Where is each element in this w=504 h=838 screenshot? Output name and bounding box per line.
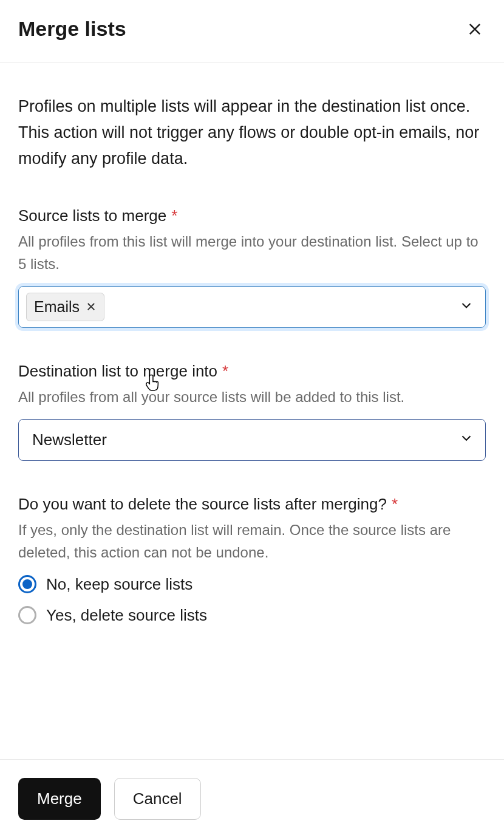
destination-label-text: Destination list to merge into — [18, 362, 217, 381]
radio-inner-dot — [22, 579, 32, 589]
close-button[interactable] — [464, 18, 486, 40]
dialog-header: Merge lists — [0, 0, 504, 63]
dialog-title: Merge lists — [18, 17, 126, 41]
required-indicator: * — [392, 495, 398, 514]
radio-yes-label: Yes, delete source lists — [46, 606, 207, 625]
destination-label: Destination list to merge into * — [18, 362, 486, 381]
destination-help-text: All profiles from all your source lists … — [18, 386, 486, 408]
source-field-group: Source lists to merge * All profiles fro… — [18, 206, 486, 328]
chevron-down-icon — [458, 298, 474, 316]
radio-yes-delete[interactable]: Yes, delete source lists — [18, 606, 486, 625]
chip-remove-button[interactable] — [86, 301, 97, 312]
dialog-description: Profiles on multiple lists will appear i… — [18, 94, 486, 172]
radio-indicator-checked — [18, 575, 36, 593]
required-indicator: * — [222, 362, 228, 381]
destination-select[interactable]: Newsletter — [18, 419, 486, 461]
delete-source-label: Do you want to delete the source lists a… — [18, 495, 486, 514]
delete-source-label-text: Do you want to delete the source lists a… — [18, 495, 387, 514]
delete-source-field-group: Do you want to delete the source lists a… — [18, 495, 486, 624]
radio-indicator-unchecked — [18, 606, 36, 624]
remove-icon — [86, 301, 97, 312]
radio-no-label: No, keep source lists — [46, 575, 192, 594]
cancel-button[interactable]: Cancel — [114, 778, 201, 820]
source-label: Source lists to merge * — [18, 206, 486, 225]
source-chip-label: Emails — [34, 298, 80, 316]
destination-field-group: Destination list to merge into * All pro… — [18, 362, 486, 461]
delete-source-radio-group: No, keep source lists Yes, delete source… — [18, 575, 486, 625]
dialog-footer: Merge Cancel — [0, 759, 504, 838]
source-label-text: Source lists to merge — [18, 206, 166, 225]
source-chip: Emails — [26, 293, 104, 321]
required-indicator: * — [171, 206, 177, 225]
source-lists-multiselect[interactable]: Emails — [18, 286, 486, 328]
close-icon — [466, 21, 483, 38]
dialog-body: Profiles on multiple lists will appear i… — [0, 63, 504, 759]
chevron-down-icon — [458, 430, 474, 450]
destination-select-value: Newsletter — [32, 431, 107, 449]
merge-button[interactable]: Merge — [18, 778, 101, 820]
source-help-text: All profiles from this list will merge i… — [18, 230, 486, 275]
delete-source-help-text: If yes, only the destination list will r… — [18, 519, 486, 564]
radio-no-keep[interactable]: No, keep source lists — [18, 575, 486, 594]
